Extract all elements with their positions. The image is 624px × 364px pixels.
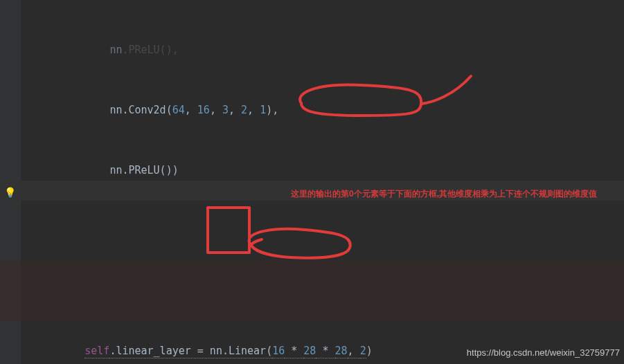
code-line[interactable]: nn.PReLU()) [35, 161, 624, 181]
code-line-blank[interactable] [35, 281, 624, 301]
code-editor[interactable]: 💡 nn.PReLU(), nn.Conv2d(64, 16, 3, 2, 1)… [0, 0, 624, 364]
watermark: https://blog.csdn.net/weixin_32759777 [467, 343, 620, 363]
intention-bulb-icon[interactable]: 💡 [4, 183, 15, 194]
code-line[interactable]: nn.Conv2d(64, 16, 3, 2, 1), [35, 100, 624, 120]
annotation-text: 这里的输出的第0个元素等于下面的方框,其他维度相乘为上下连个不规则图的维度值 [291, 184, 597, 204]
code-line-blank[interactable] [35, 221, 624, 241]
code-area[interactable]: nn.PReLU(), nn.Conv2d(64, 16, 3, 2, 1), … [28, 0, 624, 364]
code-line[interactable]: nn.PReLU(), [35, 40, 624, 60]
